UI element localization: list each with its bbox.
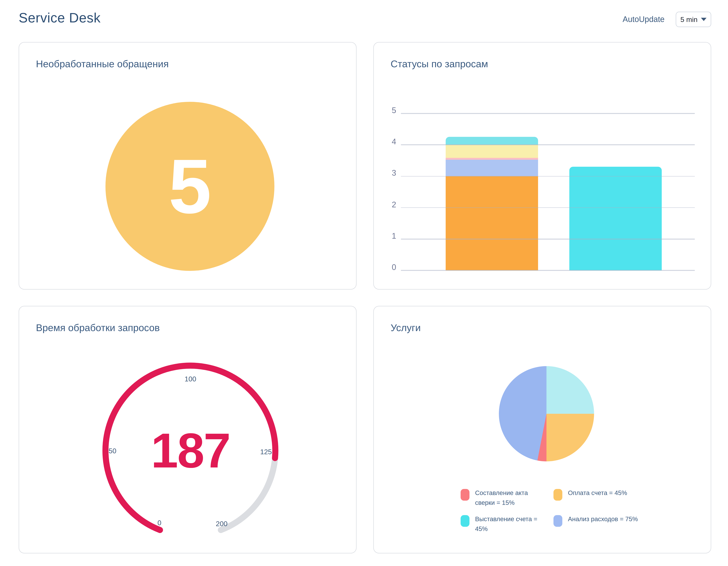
legend-swatch (461, 489, 469, 501)
bar-segment-yellow (446, 145, 538, 158)
gridline-1 (401, 238, 695, 239)
legend-label: Составление акта сверки = 15% (475, 489, 549, 508)
gridline-4 (401, 144, 695, 145)
y-tick-label: 3 (377, 169, 396, 178)
panel-title: Статусы по запросам (391, 58, 488, 70)
dashboard: Service Desk AutoUpdate 5 min Необработа… (0, 0, 728, 566)
legend-swatch (553, 489, 562, 501)
gauge-tick-200: 200 (216, 520, 227, 528)
bar-segment-cyan (569, 167, 662, 270)
autoupdate-interval-select[interactable]: 5 min (676, 12, 711, 27)
panel-processing-time: Время обработки запросов 187 05010012520… (19, 306, 357, 553)
bar-segment-periwinkle (446, 159, 538, 176)
y-tick-label: 1 (377, 231, 396, 241)
panel-request-statuses: Статусы по запросам 012345 (373, 42, 711, 290)
gauge-tick-0: 0 (157, 519, 161, 527)
gauge-tick-125: 125 (260, 448, 272, 456)
unprocessed-count: 5 (168, 148, 211, 225)
y-tick-label: 5 (377, 106, 396, 115)
legend-swatch (553, 515, 562, 527)
legend-item: Выставление счета = 45% (461, 515, 553, 534)
y-tick-label: 0 (377, 263, 396, 272)
gridline-0 (401, 270, 695, 271)
autoupdate-interval-value: 5 min (680, 15, 698, 23)
panel-title: Услуги (391, 322, 421, 334)
legend-label: Оплата счета = 45% (568, 489, 627, 498)
legend-swatch (461, 515, 469, 527)
panel-services: Услуги Составление акта сверки = 15%Опла… (373, 306, 711, 553)
statuses-bar-chart: 012345 (401, 113, 695, 270)
page-title: Service Desk (19, 10, 101, 26)
legend-item: Анализ расходов = 75% (553, 515, 646, 534)
gridline-5 (401, 113, 695, 114)
legend-label: Анализ расходов = 75% (568, 515, 638, 524)
gridline-3 (401, 176, 695, 177)
bar-segment-orange (446, 176, 538, 270)
y-tick-label: 2 (377, 200, 396, 209)
legend-item: Составление акта сверки = 15% (461, 489, 553, 508)
gauge-tick-100: 100 (184, 375, 196, 383)
panel-title: Необработанные обращения (36, 58, 169, 70)
gauge-tick-50: 50 (109, 447, 116, 455)
gauge-value: 187 (151, 423, 230, 479)
bar-1 (446, 137, 538, 270)
bar-2 (569, 167, 662, 270)
bar-segment-pink (446, 158, 538, 159)
chevron-down-icon (701, 18, 707, 21)
legend-item: Оплата счета = 45% (553, 489, 646, 508)
panel-unprocessed-requests: Необработанные обращения 5 (19, 42, 357, 290)
bar-segment-cyan-light (446, 137, 538, 145)
legend-label: Выставление счета = 45% (475, 515, 549, 534)
y-tick-label: 4 (377, 137, 396, 147)
services-legend: Составление акта сверки = 15%Оплата счет… (461, 489, 646, 534)
services-pie-chart (499, 366, 594, 461)
unprocessed-count-circle: 5 (105, 102, 274, 271)
autoupdate-label: AutoUpdate (623, 15, 665, 24)
